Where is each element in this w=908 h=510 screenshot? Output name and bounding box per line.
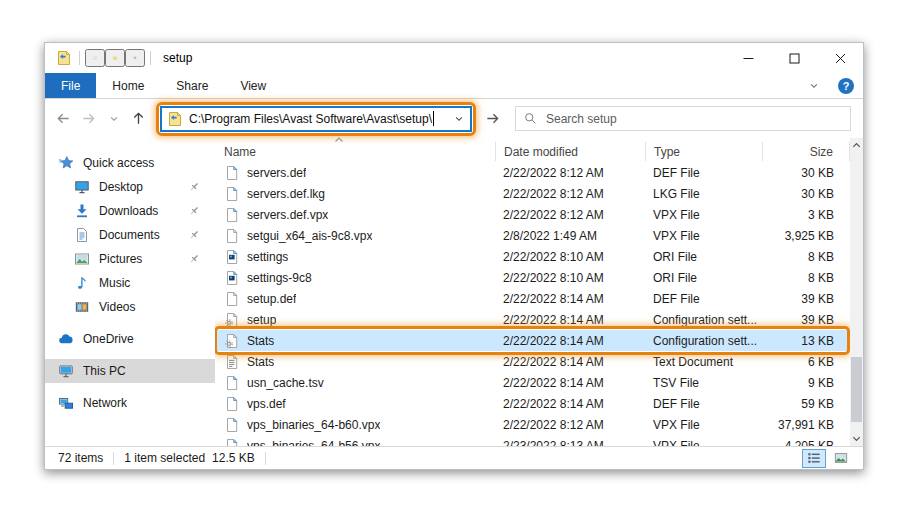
file-name-cell: servers.def.lkg (215, 186, 495, 202)
sidebar-item-label: OneDrive (83, 332, 134, 346)
titlebar-separator (150, 51, 151, 65)
search-box[interactable] (515, 106, 851, 131)
file-name: Stats (247, 355, 274, 369)
properties-qat-button[interactable] (85, 49, 105, 67)
sidebar-item-label: Videos (99, 300, 135, 314)
file-name-cell: settings (215, 249, 495, 265)
table-row[interactable]: setgui_x64_ais-9c8.vpx 2/8/2022 1:49 AM … (215, 225, 850, 246)
table-row[interactable]: settings 2/22/2022 8:10 AM ORI File 8 KB (215, 246, 850, 267)
table-row[interactable]: setup 2/22/2022 8:14 AM Configuration se… (215, 309, 850, 330)
selection-size: 12.5 KB (212, 451, 255, 465)
tab-share[interactable]: Share (160, 73, 224, 98)
file-type: TSV File (645, 376, 762, 390)
file-icon (224, 165, 240, 181)
file-name-cell: Stats (215, 354, 495, 370)
file-type: Configuration sett... (645, 313, 762, 327)
recent-locations-icon[interactable] (101, 106, 126, 132)
table-row[interactable]: servers.def.lkg 2/22/2022 8:12 AM LKG Fi… (215, 183, 850, 204)
sidebar-item-this-pc[interactable]: This PC (45, 359, 215, 383)
close-button[interactable] (817, 43, 863, 73)
file-list-body: servers.def 2/22/2022 8:12 AM DEF File 3… (215, 162, 850, 446)
file-name-cell: Stats (215, 333, 495, 349)
sidebar-item-documents[interactable]: Documents (45, 223, 215, 247)
file-name: servers.def.vpx (247, 208, 328, 222)
folder-icon (167, 111, 183, 127)
help-icon[interactable]: ? (838, 78, 854, 94)
back-button[interactable] (51, 106, 76, 132)
sidebar-item-desktop[interactable]: Desktop (45, 175, 215, 199)
address-path[interactable]: C:\Program Files\Avast Software\Avast\se… (189, 112, 432, 126)
window-title: setup (163, 51, 192, 65)
forward-button[interactable] (76, 106, 101, 132)
window-controls (725, 43, 863, 73)
table-row[interactable]: usn_cache.tsv 2/22/2022 8:14 AM TSV File… (215, 372, 850, 393)
scrollbar-thumb[interactable] (851, 357, 862, 422)
sidebar-item-onedrive[interactable]: OneDrive (45, 327, 215, 351)
items-count: 72 items (58, 451, 103, 465)
table-row[interactable]: vps_binaries_64-b56.vpx 2/23/2022 8:13 A… (215, 435, 850, 446)
table-row[interactable]: settings-9c8 2/22/2022 8:10 AM ORI File … (215, 267, 850, 288)
column-header-size[interactable]: Size (762, 142, 850, 161)
file-type: VPX File (645, 229, 762, 243)
tab-home[interactable]: Home (96, 73, 160, 98)
file-type: VPX File (645, 439, 762, 447)
vertical-scrollbar[interactable] (850, 138, 863, 446)
scroll-down-icon[interactable] (850, 431, 863, 446)
up-button[interactable] (126, 106, 151, 132)
table-row[interactable]: Stats 2/22/2022 8:14 AM Text Document 6 … (215, 351, 850, 372)
thumbnail-view-button[interactable] (829, 449, 853, 468)
text-caret (433, 111, 434, 126)
scroll-up-icon[interactable] (850, 138, 863, 153)
search-input[interactable] (546, 112, 842, 126)
table-row[interactable]: servers.def.vpx 2/22/2022 8:12 AM VPX Fi… (215, 204, 850, 225)
table-row[interactable]: vps.def 2/22/2022 8:14 AM DEF File 59 KB (215, 393, 850, 414)
table-row[interactable]: Stats 2/22/2022 8:14 AM Configuration se… (215, 330, 850, 351)
column-header-type[interactable]: Type (645, 142, 762, 161)
address-dropdown-icon[interactable] (450, 108, 468, 130)
sidebar-item-network[interactable]: Network (45, 391, 215, 415)
file-config-icon (224, 312, 240, 328)
file-plain-icon (224, 291, 240, 307)
music-icon (74, 275, 90, 291)
file-date-modified: 2/22/2022 8:12 AM (495, 166, 645, 180)
file-name: vps_binaries_64-b56.vpx (247, 439, 380, 447)
maximize-button[interactable] (771, 43, 817, 73)
downloads-icon (74, 203, 90, 219)
column-header-date-modified[interactable]: Date modified (495, 142, 645, 161)
file-date-modified: 2/22/2022 8:14 AM (495, 334, 645, 348)
sidebar-item-videos[interactable]: Videos (45, 295, 215, 319)
tab-view[interactable]: View (224, 73, 282, 98)
file-date-modified: 2/22/2022 8:14 AM (495, 313, 645, 327)
new-folder-qat-button[interactable] (105, 49, 125, 67)
file-media-icon (224, 249, 240, 265)
sidebar-item-label: Pictures (99, 252, 142, 266)
content-area: Quick access Desktop Downloads Documents… (45, 138, 863, 446)
column-header-name[interactable]: Name (215, 142, 495, 161)
videos-icon (74, 299, 90, 315)
table-row[interactable]: servers.def 2/22/2022 8:12 AM DEF File 3… (215, 162, 850, 183)
tab-file[interactable]: File (45, 73, 96, 98)
file-icon (224, 207, 240, 223)
sidebar-item-quick-access[interactable]: Quick access (45, 151, 215, 175)
file-name-cell: servers.def.vpx (215, 207, 495, 223)
sidebar-item-pictures[interactable]: Pictures (45, 247, 215, 271)
table-row[interactable]: vps_binaries_64-b60.vpx 2/22/2022 8:12 A… (215, 414, 850, 435)
sidebar-item-music[interactable]: Music (45, 271, 215, 295)
file-date-modified: 2/23/2022 8:13 AM (495, 439, 645, 447)
file-name: setup (247, 313, 276, 327)
sort-ascending-icon[interactable] (333, 135, 345, 145)
sidebar-item-downloads[interactable]: Downloads (45, 199, 215, 223)
expand-ribbon-icon[interactable] (801, 73, 826, 99)
minimize-button[interactable] (725, 43, 771, 73)
details-view-button[interactable] (802, 449, 826, 468)
file-size: 8 KB (762, 271, 850, 285)
file-name: settings (247, 250, 288, 264)
column-headers: Name Date modified Type Size (215, 138, 850, 162)
status-bar: 72 items 1 item selected 12.5 KB (45, 446, 863, 469)
table-row[interactable]: setup.def 2/22/2022 8:14 AM DEF File 39 … (215, 288, 850, 309)
go-to-button[interactable] (479, 106, 506, 132)
file-name: setup.def (247, 292, 296, 306)
qat-dropdown-icon[interactable] (125, 49, 145, 67)
address-bar[interactable]: C:\Program Files\Avast Software\Avast\se… (160, 106, 472, 132)
onedrive-icon (58, 331, 74, 347)
